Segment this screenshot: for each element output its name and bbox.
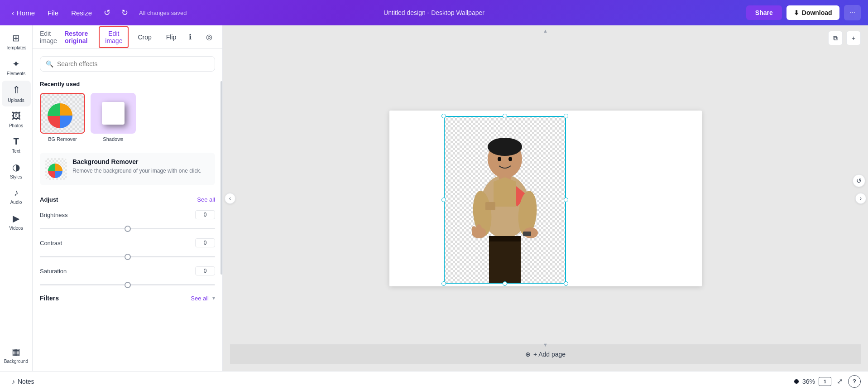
- filters-see-all-button[interactable]: See all: [191, 295, 209, 302]
- bg-remover-section-icon: [45, 158, 67, 180]
- adjust-see-all-button[interactable]: See all: [197, 196, 215, 203]
- videos-label: Videos: [9, 226, 23, 231]
- sidebar-item-elements[interactable]: ✦ Elements: [2, 55, 31, 80]
- expand-button[interactable]: ⤢: [835, 375, 844, 387]
- undo-button[interactable]: ↺: [100, 5, 114, 20]
- shadow-graphic: [102, 102, 125, 125]
- text-label: Text: [12, 149, 20, 154]
- bg-remover-description: Remove the background of your image with…: [72, 167, 201, 175]
- sidebar-item-templates[interactable]: ⊞ Templates: [2, 29, 31, 54]
- chevron-left-icon: ‹: [12, 9, 14, 17]
- redo-button[interactable]: ↻: [118, 5, 132, 20]
- topbar-right: Share ⬇ Download ···: [746, 5, 861, 20]
- resize-handle-lm[interactable]: [441, 198, 446, 202]
- uploads-label: Uploads: [8, 98, 24, 103]
- animate-ring-icon: ◎: [206, 33, 212, 41]
- sidebar-item-text[interactable]: T Text: [2, 133, 31, 157]
- crop-button[interactable]: Crop: [132, 31, 157, 43]
- saturation-slider[interactable]: [40, 284, 215, 285]
- help-button[interactable]: ?: [848, 375, 861, 388]
- resize-handle-rm[interactable]: [564, 198, 568, 202]
- svg-rect-20: [489, 236, 521, 241]
- zoom-dot: [794, 379, 799, 384]
- edit-image-button[interactable]: Edit image: [99, 26, 129, 48]
- svg-point-8: [508, 157, 512, 161]
- adjust-header: Adjust See all: [40, 196, 215, 203]
- animate-button[interactable]: Animate: [217, 31, 223, 43]
- brightness-label: Brightness: [40, 212, 67, 218]
- panel-scrollbar[interactable]: [221, 49, 222, 371]
- elements-icon: ✦: [12, 58, 20, 69]
- saturation-value-input[interactable]: [195, 266, 215, 275]
- download-label: Download: [802, 9, 832, 16]
- image-toolbar: Edit image Restore original Edit image C…: [33, 25, 222, 49]
- bg-remover-effect-card[interactable]: BG Remover: [40, 93, 85, 142]
- flip-button[interactable]: Flip: [161, 31, 182, 43]
- edit-panel: Edit image Restore original Edit image C…: [33, 25, 223, 371]
- home-button[interactable]: ‹ Home: [7, 6, 39, 19]
- shadows-thumbnail: [91, 93, 136, 134]
- down-arrow-icon: ▼: [541, 341, 550, 348]
- resize-handle-tm[interactable]: [503, 114, 507, 118]
- effects-grid: BG Remover Shadows: [40, 93, 215, 142]
- canvas-area: ▲ › ‹ ⧉ + ↺: [223, 25, 868, 371]
- sidebar-item-audio[interactable]: ♪ Audio: [2, 184, 31, 208]
- bg-remover-title: Background Remover: [72, 158, 201, 165]
- notes-label: Notes: [18, 378, 34, 385]
- sidebar-item-videos[interactable]: ▶ Videos: [2, 209, 31, 234]
- photos-icon: 🖼: [12, 111, 21, 121]
- page-indicator: 1: [819, 377, 831, 386]
- resize-handle-bl[interactable]: [441, 281, 446, 286]
- audio-label: Audio: [10, 200, 22, 205]
- info-button[interactable]: ℹ: [185, 30, 195, 44]
- topbar: ‹ Home File Resize ↺ ↻ All changes saved…: [0, 0, 868, 25]
- resize-handle-tr[interactable]: [564, 114, 568, 118]
- restore-original-button[interactable]: Restore original: [64, 30, 88, 44]
- canvas-rotate-handle[interactable]: ↺: [853, 174, 865, 187]
- search-icon: 🔍: [46, 60, 53, 68]
- up-arrow-icon: ▲: [541, 27, 550, 34]
- resize-button[interactable]: Resize: [67, 6, 96, 19]
- photos-label: Photos: [9, 123, 23, 128]
- recently-used-title: Recently used: [40, 81, 215, 87]
- main-layout: ⊞ Templates ✦ Elements ⇑ Uploads 🖼 Photo…: [0, 25, 868, 371]
- sidebar-item-background[interactable]: ▦ Background: [2, 343, 31, 367]
- sidebar: ⊞ Templates ✦ Elements ⇑ Uploads 🖼 Photo…: [0, 25, 33, 371]
- sidebar-item-photos[interactable]: 🖼 Photos: [2, 107, 31, 132]
- ball-small: [48, 164, 62, 178]
- search-effects-input[interactable]: [57, 60, 209, 68]
- selected-image-wrapper[interactable]: [444, 116, 566, 284]
- bottom-right: 36% 1 ⤢ ?: [794, 375, 861, 388]
- filters-chevron-icon: ▾: [212, 295, 215, 301]
- brightness-value-input[interactable]: [195, 210, 215, 219]
- scrollbar-thumb: [221, 81, 222, 275]
- contrast-value-input[interactable]: [195, 238, 215, 247]
- notes-button[interactable]: ♪ Notes: [7, 375, 39, 388]
- search-effects-box: 🔍: [40, 56, 215, 72]
- resize-handle-bm[interactable]: [503, 281, 507, 286]
- resize-handle-br[interactable]: [564, 281, 568, 286]
- share-button[interactable]: Share: [746, 5, 782, 20]
- saturation-row: Saturation: [40, 266, 215, 275]
- sidebar-item-uploads[interactable]: ⇑ Uploads: [2, 81, 31, 106]
- download-button[interactable]: ⬇ Download: [786, 5, 839, 20]
- design-title: Untitled design - Desktop Wallpaper: [384, 9, 484, 16]
- text-icon: T: [13, 136, 19, 147]
- contrast-slider[interactable]: [40, 256, 215, 257]
- brightness-slider[interactable]: [40, 228, 215, 229]
- more-options-button[interactable]: ···: [844, 5, 861, 20]
- sidebar-item-styles[interactable]: ◑ Styles: [2, 158, 31, 183]
- add-page-label: + Add page: [533, 351, 566, 358]
- resize-handle-tl[interactable]: [441, 114, 446, 118]
- shadows-effect-card[interactable]: Shadows: [91, 93, 136, 142]
- shadows-label: Shadows: [103, 136, 123, 142]
- bg-remover-thumbnail: [40, 93, 85, 134]
- contrast-label: Contrast: [40, 240, 62, 246]
- background-label: Background: [4, 359, 28, 364]
- file-button[interactable]: File: [43, 6, 63, 19]
- rotate-icon[interactable]: ↺: [853, 174, 865, 187]
- canvas-scroll-left[interactable]: ‹: [225, 193, 235, 204]
- canvas-scroll-right[interactable]: ›: [855, 193, 866, 204]
- notes-icon: ♪: [12, 378, 15, 385]
- scout-image: [444, 116, 566, 284]
